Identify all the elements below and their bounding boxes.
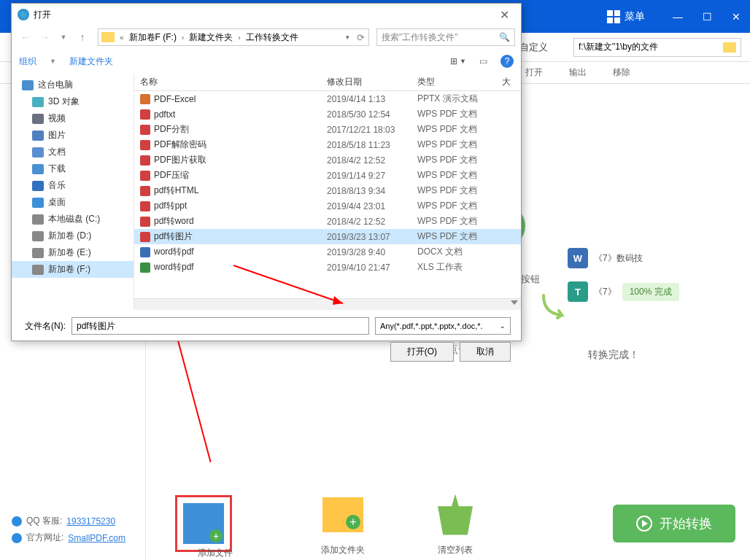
custom-label: 自定义 (519, 41, 548, 54)
sidebar-item[interactable]: 桌面 (12, 194, 134, 211)
qq-label: QQ 客服: (26, 515, 62, 527)
open-button[interactable]: 打开(O) (390, 342, 454, 362)
file-row[interactable]: PDF压缩2019/1/14 9:27WPS PDF 文档 (134, 168, 521, 183)
horizontal-scrollbar[interactable] (134, 298, 521, 310)
menu-button[interactable]: 菜单 (597, 6, 655, 28)
view-mode-button[interactable]: ⊞ ▼ (450, 56, 466, 66)
file-row[interactable]: pdf转HTML2018/8/13 9:34WPS PDF 文档 (134, 183, 521, 198)
file-row[interactable]: pdftxt2018/5/30 12:54WPS PDF 文档 (134, 106, 521, 122)
sidebar-item[interactable]: 视频 (12, 110, 134, 127)
breadcrumb[interactable]: « 新加卷F (F:)› 新建文件夹› 工作转换文件 ▾ ⟳ (98, 28, 369, 46)
filetype-filter[interactable]: Any(*.pdf,*.ppt,*.pptx,*.doc,*. ⌄ (375, 317, 511, 335)
file-row[interactable]: PDF分割2017/12/21 18:03WPS PDF 文档 (134, 122, 521, 137)
folder-icon (101, 32, 115, 42)
add-file-button[interactable] (180, 500, 227, 547)
add-file-icon (183, 503, 224, 544)
col-remove: 移除 (600, 66, 643, 79)
sidebar-item[interactable]: 新加卷 (E:) (12, 244, 134, 261)
sidebar-this-pc[interactable]: 这台电脑 (12, 77, 134, 93)
search-input[interactable]: 搜索"工作转换文件" 🔍 (376, 28, 515, 46)
sidebar-item[interactable]: 文档 (12, 144, 134, 160)
file-row[interactable]: PDF图片获取2018/4/2 12:52WPS PDF 文档 (134, 152, 521, 168)
dialog-close-button[interactable]: ✕ (494, 8, 515, 22)
sidebar-item[interactable]: 音乐 (12, 177, 134, 194)
file-row[interactable]: pdf转ppt2019/4/4 23:01WPS PDF 文档 (134, 198, 521, 214)
file-row[interactable]: pdf转word2018/4/2 12:52WPS PDF 文档 (134, 214, 521, 229)
nav-forward-button[interactable]: → (36, 29, 53, 45)
nav-back-button[interactable]: ← (18, 29, 34, 45)
col-output: 输出 (556, 66, 600, 79)
file-row[interactable]: PDF解除密码2018/5/18 11:23WPS PDF 文档 (134, 137, 521, 152)
refresh-icon[interactable]: ⟳ (352, 29, 368, 45)
col-header-name[interactable]: 名称 (134, 76, 321, 88)
file-row[interactable]: pdf转图片2019/3/23 13:07WPS PDF 文档 (134, 229, 521, 244)
dialog-title: 打开 (34, 9, 51, 21)
new-folder-button[interactable]: 新建文件夹 (69, 55, 113, 68)
dialog-icon (18, 9, 29, 20)
menu-label: 菜单 (625, 10, 645, 23)
maximize-button[interactable]: ☐ (699, 11, 715, 23)
result-item: W 《7》数码技 (568, 248, 679, 268)
sidebar-item[interactable]: 图片 (12, 127, 134, 144)
sidebar-item[interactable]: 下载 (12, 160, 134, 177)
sidebar-item[interactable]: 新加卷 (D:) (12, 228, 134, 244)
close-button[interactable]: ✕ (728, 11, 744, 23)
conversion-complete-label: 转换完成！ (588, 349, 639, 362)
folder-icon (723, 42, 736, 52)
minimize-button[interactable]: ― (670, 11, 686, 23)
menu-icon (607, 10, 620, 23)
progress-badge: 100% 完成 (622, 283, 679, 301)
press-button-label: 按钮 (521, 273, 540, 286)
qq-link[interactable]: 1933175230 (66, 516, 115, 526)
add-folder-icon (322, 497, 363, 532)
file-row[interactable]: word转pdf2019/3/28 9:40DOCX 文档 (134, 244, 521, 260)
nav-recent-button[interactable]: ▼ (55, 29, 71, 45)
sidebar-item[interactable]: 新加卷 (F:) (12, 261, 134, 278)
col-header-date[interactable]: 修改日期 (321, 76, 411, 88)
curved-arrow-icon (540, 292, 569, 321)
filename-input[interactable] (71, 317, 369, 335)
clear-list-button[interactable]: 清空列表 (432, 491, 479, 556)
organize-button[interactable]: 组织 (19, 55, 36, 68)
search-icon: 🔍 (499, 32, 510, 42)
site-label: 官方网址: (26, 532, 63, 544)
path-input[interactable]: f:\新建文"1\by的文件 (573, 38, 741, 57)
broom-icon (438, 494, 473, 535)
play-icon (636, 516, 652, 532)
file-list: PDF-Excel2019/4/14 1:13PPTX 演示文稿pdftxt20… (134, 91, 521, 298)
cancel-button[interactable]: 取消 (460, 342, 511, 362)
filename-label: 文件名(N): (22, 320, 66, 332)
preview-pane-button[interactable]: ▭ (479, 56, 487, 66)
file-row[interactable]: PDF-Excel2019/4/14 1:13PPTX 演示文稿 (134, 91, 521, 106)
dialog-sidebar: 这台电脑 3D 对象 视频 图片 文档 下载 音乐 桌面 本地磁盘 (C:) 新… (12, 74, 134, 310)
sidebar-item[interactable]: 本地磁盘 (C:) (12, 211, 134, 228)
text-icon: T (568, 281, 588, 302)
site-link[interactable]: SmallPDF.com (68, 533, 125, 543)
file-row[interactable]: word转pdf2019/4/10 21:47XLS 工作表 (134, 260, 521, 275)
file-open-dialog: 打开 ✕ ← → ▼ ↑ « 新加卷F (F:)› 新建文件夹› 工作转换文件 … (11, 3, 522, 341)
qq-icon (12, 516, 22, 526)
word-icon: W (568, 248, 588, 268)
add-folder-button[interactable]: 添加文件夹 (320, 491, 366, 556)
help-icon[interactable]: ? (500, 55, 514, 68)
nav-up-button[interactable]: ↑ (74, 29, 90, 45)
col-header-type[interactable]: 类型 (411, 76, 496, 88)
sidebar-item[interactable]: 3D 对象 (12, 93, 134, 110)
start-convert-button[interactable]: 开始转换 (613, 505, 735, 542)
col-header-size[interactable]: 大 (496, 76, 521, 88)
ie-icon (12, 533, 22, 543)
result-item: T 《7》 100% 完成 (568, 281, 679, 302)
